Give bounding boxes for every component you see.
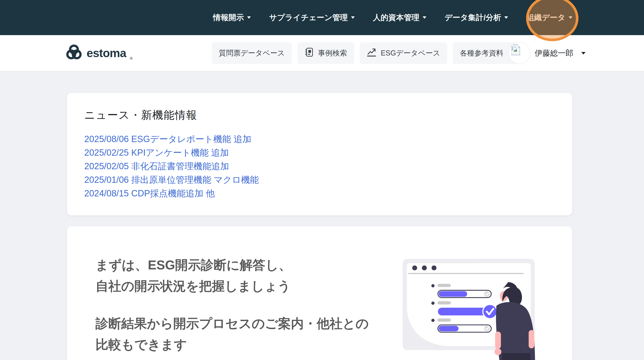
logo-text: estoma <box>86 46 126 60</box>
esg-database-button[interactable]: ESGデータベース <box>360 42 447 64</box>
nav-item-label: サプライチェーン管理 <box>269 12 348 23</box>
chevron-down-icon <box>422 16 426 19</box>
estoma-logo[interactable]: estoma ® <box>65 44 133 62</box>
questionnaire-database-button[interactable]: 質問票データベース <box>212 42 292 64</box>
promo-sub-line1: 診断結果から開示プロセスのご案内・他社との <box>96 316 369 331</box>
nav-item-data-aggregation[interactable]: データ集計/分析 <box>444 12 508 23</box>
top-nav: 情報開示 サプライチェーン管理 人的資本管理 データ集計/分析 組織データ <box>0 0 644 35</box>
promo-sub-line2: 比較もできます <box>96 337 187 352</box>
news-card: ニュース・新機能情報 2025/08/06 ESGデータレポート機能 追加 20… <box>67 93 572 215</box>
news-link[interactable]: 2025/01/06 排出原単位管理機能 マクロ機能 <box>84 173 259 186</box>
promo-heading-line1: まずは、ESG開示診断に解答し、 <box>96 258 292 272</box>
quick-button-label: ESGデータベース <box>381 48 440 58</box>
nav-item-organization-data[interactable]: 組織データ <box>526 12 572 23</box>
avatar <box>508 42 530 64</box>
estoma-logo-icon <box>65 44 83 62</box>
nav-item-label: 人的資本管理 <box>373 12 419 23</box>
quick-button-label: 各種参考資料 <box>460 48 503 58</box>
user-menu[interactable]: 伊藤総一郎 <box>508 42 586 64</box>
promo-text: まずは、ESG開示診断に解答し、 自社の開示状況を把握しましょう 診断結果から開… <box>96 254 369 355</box>
logo-registered-mark: ® <box>130 56 133 60</box>
nav-item-information-disclosure[interactable]: 情報開示 <box>213 12 251 23</box>
nav-item-human-capital[interactable]: 人的資本管理 <box>373 12 426 23</box>
nav-item-label: 情報開示 <box>213 12 244 23</box>
esg-diagnosis-promo-card: まずは、ESG開示診断に解答し、 自社の開示状況を把握しましょう 診断結果から開… <box>67 226 572 360</box>
header: estoma ® 質問票データベース <box>0 35 644 72</box>
news-link[interactable]: 2025/02/25 KPIアンケート機能 追加 <box>84 146 229 160</box>
chevron-down-icon <box>581 52 586 54</box>
app-viewport: 情報開示 サプライチェーン管理 人的資本管理 データ集計/分析 組織データ <box>0 0 644 360</box>
quick-button-label: 事例検索 <box>318 48 347 58</box>
journal-icon <box>304 47 314 59</box>
news-title: ニュース・新機能情報 <box>84 108 555 122</box>
news-link-list: 2025/08/06 ESGデータレポート機能 追加 2025/02/25 KP… <box>84 132 555 200</box>
survey-illustration <box>401 256 548 360</box>
news-link[interactable]: 2024/08/15 CDP採点機能追加 他 <box>84 186 215 200</box>
chevron-down-icon <box>247 16 251 19</box>
nav-item-label: 組織データ <box>526 12 565 23</box>
chevron-down-icon <box>351 16 355 19</box>
user-name: 伊藤総一郎 <box>535 48 573 58</box>
news-link[interactable]: 2025/02/05 非化石証書管理機能追加 <box>84 160 229 173</box>
broken-image-icon <box>510 44 521 56</box>
nav-item-label: データ集計/分析 <box>444 12 501 23</box>
chevron-down-icon <box>569 16 572 19</box>
quick-button-label: 質問票データベース <box>219 48 285 58</box>
promo-heading-line2: 自社の開示状況を把握しましょう <box>96 279 291 293</box>
chevron-down-icon <box>504 16 508 19</box>
nav-item-supply-chain[interactable]: サプライチェーン管理 <box>269 12 354 23</box>
news-link[interactable]: 2025/08/06 ESGデータレポート機能 追加 <box>84 132 251 146</box>
graph-up-arrow-icon <box>367 47 377 59</box>
case-search-button[interactable]: 事例検索 <box>298 42 354 64</box>
header-quick-buttons: 質問票データベース 事例検索 <box>212 42 521 64</box>
